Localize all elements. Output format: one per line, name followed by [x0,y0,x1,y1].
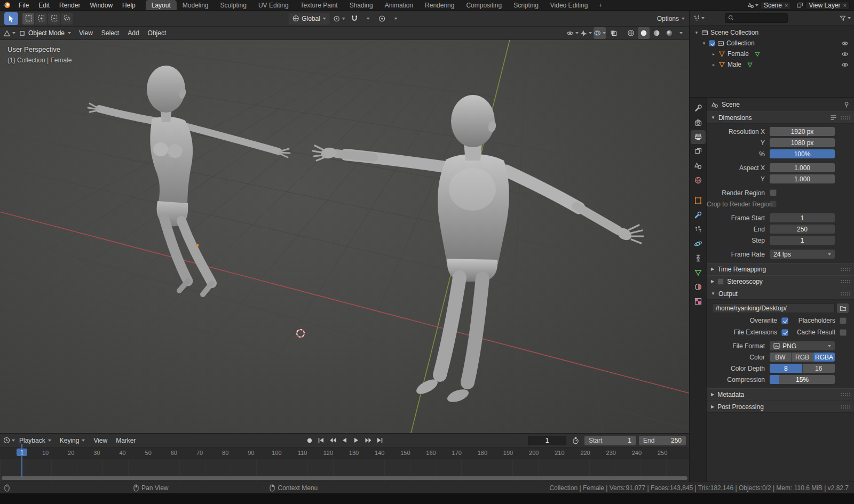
dimensions-panel-header[interactable]: Dimensions [707,111,854,124]
select-subtract-button[interactable] [48,13,60,25]
panel-grip[interactable] [840,267,850,271]
workspace-tab[interactable]: UV Editing [252,0,295,10]
expand-icon[interactable]: ▼ [694,30,699,35]
jump-to-end-button[interactable] [375,435,385,446]
blender-logo-icon[interactable] [0,0,14,10]
metadata-panel-header[interactable]: Metadata [707,388,854,401]
view-layer-name-field[interactable]: View Layer × [805,1,850,10]
add-workspace-button[interactable]: + [594,0,607,10]
proportional-falloff-dropdown[interactable] [391,14,401,23]
select-intersect-button[interactable] [61,13,73,25]
resolution-percent-slider[interactable]: 100% [770,149,835,158]
current-frame-field[interactable]: 1 [528,436,566,445]
workspace-tab[interactable]: Layout [146,0,177,10]
shading-material-button[interactable] [651,27,662,39]
hide-object-button[interactable] [841,62,849,68]
scene-collection-row[interactable]: ▼ Scene Collection [690,27,854,38]
view-layer-browse-button[interactable] [796,2,803,9]
shading-rendered-button[interactable] [663,27,675,39]
tool-properties-tab[interactable] [691,101,706,115]
select-box-tool-button[interactable] [4,12,18,25]
timeline-editor-type-button[interactable] [3,435,15,446]
workspace-tab[interactable]: Texture Paint [295,0,344,10]
playhead-badge[interactable]: 1 [17,449,27,456]
play-reverse-button[interactable] [339,435,350,446]
outliner-editor-type-button[interactable] [693,13,705,23]
output-properties-tab[interactable] [691,130,706,144]
object-properties-tab[interactable] [691,194,706,207]
color-bw-button[interactable]: BW [770,353,791,362]
material-properties-tab[interactable] [691,280,706,294]
menu-item[interactable]: Edit [34,0,54,10]
proportional-edit-button[interactable] [376,13,388,25]
menu-item[interactable]: File [14,0,34,10]
keying-menu[interactable]: Keying [56,437,90,444]
post-processing-panel-header[interactable]: Post Processing [707,401,854,413]
expand-icon[interactable]: ▸ [711,52,716,57]
scene-browse-button[interactable] [747,2,758,9]
collection-checkbox[interactable] [709,40,715,46]
panel-grip[interactable] [840,116,850,120]
viewport-menu-item[interactable]: Select [97,29,123,37]
panel-grip[interactable] [840,279,850,284]
file-extensions-checkbox[interactable] [781,329,788,336]
resolution-y-field[interactable]: 1080 px [770,138,835,147]
time-remapping-panel-header[interactable]: Time Remapping [707,263,854,275]
texture-properties-tab[interactable] [691,294,706,308]
snap-settings-dropdown[interactable] [363,14,373,23]
view-layer-properties-tab[interactable] [691,145,706,158]
menu-item[interactable]: Help [117,0,140,10]
jump-to-start-button[interactable] [316,435,327,446]
depth-8-button[interactable]: 8 [770,364,802,373]
cache-result-checkbox[interactable] [840,329,847,336]
snap-toggle-button[interactable] [349,13,360,25]
object-visibility-dropdown[interactable] [566,27,579,39]
output-panel-header[interactable]: Output [707,287,854,300]
object-row-male[interactable]: ▸ Male [690,59,854,70]
timeline-scrollbar[interactable] [2,476,687,480]
expand-icon[interactable]: ▸ [711,62,716,67]
workspace-tab[interactable]: Video Editing [544,0,594,10]
hide-object-button[interactable] [841,51,849,57]
collection-row[interactable]: ▼ Collection [690,38,854,49]
stereoscopy-checkbox[interactable] [717,278,724,285]
timeline-ruler[interactable]: 1 11020304050607080901001101201301401501… [0,447,689,459]
depth-16-button[interactable]: 16 [803,364,835,373]
frame-end-prop-field[interactable]: 250 [770,225,835,234]
prev-keyframe-button[interactable] [328,435,338,446]
playback-menu[interactable]: Playback [15,437,56,444]
menu-item[interactable]: Window [85,0,117,10]
expand-icon[interactable]: ▼ [701,41,707,46]
filter-dropdown[interactable] [840,13,851,23]
viewport-menu-item[interactable]: Add [123,29,143,37]
object-row-female[interactable]: ▸ Female [690,49,854,59]
frame-start-field[interactable]: Start 1 [584,436,636,445]
presets-icon[interactable] [830,115,837,121]
unlink-scene-icon[interactable]: × [785,2,788,9]
output-path-field[interactable]: /home/ryanking/Desktop/ [712,303,835,313]
viewport-menu-item[interactable]: Object [144,29,171,37]
modifier-properties-tab[interactable] [691,208,706,222]
next-keyframe-button[interactable] [363,435,374,446]
object-data-properties-tab[interactable] [691,266,706,279]
frame-end-field[interactable]: End 250 [639,436,686,445]
select-extend-button[interactable] [35,13,47,25]
crop-region-checkbox[interactable] [770,201,777,207]
color-rgba-button[interactable]: RGBA [813,353,835,362]
viewport-menu-item[interactable]: View [75,29,97,37]
overwrite-checkbox[interactable] [781,317,788,324]
timeline-track[interactable] [0,459,689,482]
workspace-tab[interactable]: Sculpting [215,0,252,10]
color-rgb-button[interactable]: RGB [792,353,813,362]
aspect-x-field[interactable]: 1.000 [770,163,835,172]
outliner-search-input[interactable] [725,13,788,23]
world-properties-tab[interactable] [691,173,706,187]
compression-slider[interactable]: 15% [770,375,835,384]
physics-properties-tab[interactable] [691,237,706,251]
placeholders-checkbox[interactable] [840,317,847,324]
render-region-checkbox[interactable] [770,189,777,196]
render-properties-tab[interactable] [691,116,706,130]
scene-name-field[interactable]: Scene × [761,1,791,10]
workspace-tab[interactable]: Scripting [508,0,544,10]
marker-menu[interactable]: Marker [112,437,140,444]
